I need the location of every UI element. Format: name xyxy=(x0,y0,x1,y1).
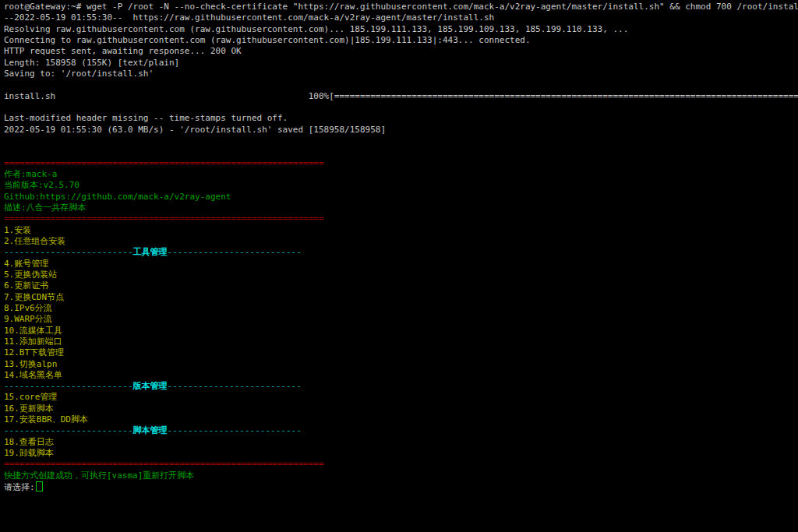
terminal-text: 6.更新证书 xyxy=(4,280,48,291)
menu-item-12: 12.BT下载管理 xyxy=(4,347,798,358)
terminal-text: 19.卸载脚本 xyxy=(4,448,54,458)
terminal-text: 作者:mack-a xyxy=(4,169,57,179)
terminal-text: Resolving raw.githubusercontent.com (raw… xyxy=(4,24,628,34)
terminal-text: ========================================… xyxy=(4,459,324,469)
terminal-text: ------------------------- xyxy=(4,247,133,257)
text-cursor[interactable] xyxy=(36,481,43,491)
terminal-text: 16.更新脚本 xyxy=(4,403,54,414)
terminal-text: 脚本管理 xyxy=(133,425,168,435)
terminal-text: 10.流媒体工具 xyxy=(4,326,62,336)
terminal-text: install.sh 100%[========================… xyxy=(4,91,798,101)
terminal-text: -------------------------- xyxy=(168,425,302,435)
script-description: 描述:八合一共存脚本 xyxy=(4,203,798,213)
blank-line xyxy=(4,136,798,146)
menu-item-7: 7.更换CDN节点 xyxy=(4,292,798,303)
terminal-text: 15.core管理 xyxy=(4,392,57,402)
terminal-text: 9.WARP分流 xyxy=(4,314,52,324)
separator-red: ========================================… xyxy=(4,459,798,470)
wget-lastmodified-note: Last-modified header missing -- time-sta… xyxy=(4,113,798,124)
terminal-screen[interactable]: root@Gateway:~# wget -P /root -N --no-ch… xyxy=(0,0,798,532)
terminal-text: 请选择: xyxy=(4,482,35,492)
terminal-text: 快捷方式创建成功，可执行[vasma]重新打开脚本 xyxy=(4,470,194,481)
shortcut-created-message: 快捷方式创建成功，可执行[vasma]重新打开脚本 xyxy=(4,470,798,481)
terminal-text: 11.添加新端口 xyxy=(4,336,62,347)
wget-progress-bar: install.sh 100%[========================… xyxy=(4,91,798,102)
menu-item-5: 5.更换伪装站 xyxy=(4,270,798,280)
separator-tools: -------------------------工具管理-----------… xyxy=(4,247,798,258)
menu-item-2: 2.任意组合安装 xyxy=(4,236,798,247)
terminal-text: Last-modified header missing -- time-sta… xyxy=(4,113,288,123)
terminal-text: 18.查看日志 xyxy=(4,437,54,447)
wget-saved-summary: 2022-05-19 01:55:30 (63.0 MB/s) - '/root… xyxy=(4,125,798,136)
terminal-text: root@Gateway:~# wget -P /root -N --no-ch… xyxy=(4,2,798,12)
menu-item-17: 17.安装BBR、DD脚本 xyxy=(4,414,798,425)
terminal-text: 版本管理 xyxy=(133,381,168,391)
menu-item-18: 18.查看日志 xyxy=(4,437,798,448)
terminal-text: 7.更换CDN节点 xyxy=(4,292,64,302)
wget-timestamp-url: --2022-05-19 01:55:30-- https://raw.gith… xyxy=(4,12,798,23)
terminal-text: ========================================… xyxy=(4,158,324,168)
menu-item-9: 9.WARP分流 xyxy=(4,314,798,325)
terminal-text: 当前版本:v2.5.70 xyxy=(4,180,79,190)
terminal-text: 1.安装 xyxy=(4,225,31,235)
menu-item-10: 10.流媒体工具 xyxy=(4,326,798,336)
menu-item-4: 4.账号管理 xyxy=(4,259,798,270)
menu-item-13: 13.切换alpn xyxy=(4,359,798,370)
terminal-text: --2022-05-19 01:55:30-- https://raw.gith… xyxy=(4,12,494,23)
wget-length: Length: 158958 (155K) [text/plain] xyxy=(4,58,798,69)
terminal-text: ------------------------- xyxy=(4,381,133,391)
terminal-text: 8.IPv6分流 xyxy=(4,303,52,313)
wget-http-response: HTTP request sent, awaiting response... … xyxy=(4,46,798,57)
terminal-text: 2022-05-19 01:55:30 (63.0 MB/s) - '/root… xyxy=(4,125,386,135)
terminal-text: Github:https://github.com/mack-a/v2ray-a… xyxy=(4,192,231,202)
menu-item-19: 19.卸载脚本 xyxy=(4,448,798,459)
terminal-text: 14.域名黑名单 xyxy=(4,370,62,380)
shell-command: root@Gateway:~# wget -P /root -N --no-ch… xyxy=(4,2,798,12)
wget-connecting: Connecting to raw.githubusercontent.com … xyxy=(4,35,798,46)
separator-red: ========================================… xyxy=(4,213,798,224)
blank-line xyxy=(4,79,798,90)
terminal-text: 17.安装BBR、DD脚本 xyxy=(4,414,88,425)
terminal-text: Length: 158958 (155K) [text/plain] xyxy=(4,58,179,68)
menu-item-16: 16.更新脚本 xyxy=(4,403,798,414)
menu-item-11: 11.添加新端口 xyxy=(4,336,798,347)
menu-item-6: 6.更新证书 xyxy=(4,280,798,291)
blank-line xyxy=(4,102,798,113)
terminal-text: -------------------------- xyxy=(168,381,302,391)
menu-item-1: 1.安装 xyxy=(4,225,798,236)
terminal-text: ========================================… xyxy=(4,213,324,224)
prompt-line: 请选择: xyxy=(4,481,798,492)
terminal-text: 工具管理 xyxy=(133,247,168,257)
terminal-text: 2.任意组合安装 xyxy=(4,236,65,246)
terminal-text: 12.BT下载管理 xyxy=(4,347,64,358)
terminal-text: 5.更换伪装站 xyxy=(4,270,57,280)
blank-line xyxy=(4,146,798,157)
menu-item-15: 15.core管理 xyxy=(4,392,798,403)
terminal-text: 描述:八合一共存脚本 xyxy=(4,203,87,213)
terminal-text: -------------------------- xyxy=(168,247,302,257)
menu-item-8: 8.IPv6分流 xyxy=(4,303,798,314)
terminal-text: Saving to: '/root/install.sh' xyxy=(4,69,154,79)
terminal-text: 13.切换alpn xyxy=(4,359,57,369)
terminal-text: 4.账号管理 xyxy=(4,259,48,269)
separator-red: ========================================… xyxy=(4,158,798,169)
menu-item-14: 14.域名黑名单 xyxy=(4,370,798,381)
script-author: 作者:mack-a xyxy=(4,169,798,180)
separator-version: -------------------------版本管理-----------… xyxy=(4,381,798,392)
terminal-text: ------------------------- xyxy=(4,425,133,435)
separator-script: -------------------------脚本管理-----------… xyxy=(4,425,798,436)
script-github: Github:https://github.com/mack-a/v2ray-a… xyxy=(4,192,798,203)
wget-resolving: Resolving raw.githubusercontent.com (raw… xyxy=(4,24,798,35)
wget-saving-to: Saving to: '/root/install.sh' xyxy=(4,69,798,79)
script-version: 当前版本:v2.5.70 xyxy=(4,180,798,191)
terminal-text: HTTP request sent, awaiting response... … xyxy=(4,46,242,56)
terminal-text: Connecting to raw.githubusercontent.com … xyxy=(4,35,531,45)
